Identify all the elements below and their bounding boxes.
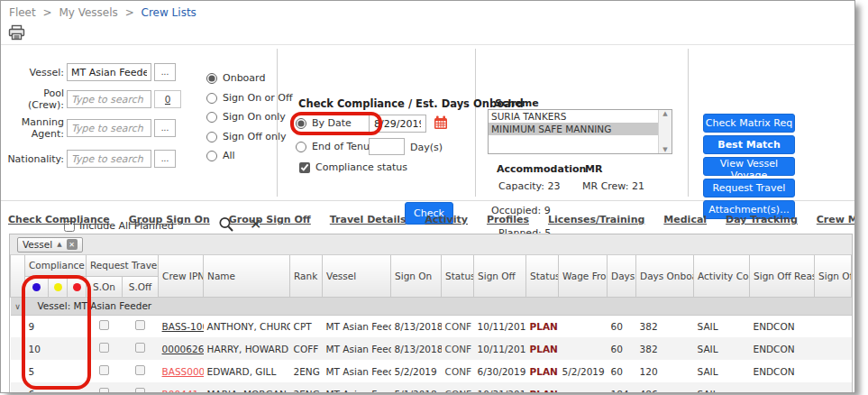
nationality-lookup-button[interactable]: ... — [154, 150, 176, 168]
breadcrumb-separator: > — [125, 6, 134, 19]
radio-sign-on-or-off[interactable] — [206, 93, 217, 104]
activity-code: SAIL — [694, 382, 750, 393]
best-match-button[interactable]: Best Match — [703, 135, 795, 154]
table-row[interactable]: 5 BASS000009 EDWARD, GILL 2ENG MT Asian … — [11, 360, 852, 382]
table-row[interactable]: 10 00006261 HARRY, HOWARD ABEI COFF MT A… — [11, 337, 852, 360]
vessel-lookup-button[interactable]: ... — [154, 63, 176, 81]
pool-crew-input[interactable] — [67, 90, 151, 108]
sign-on-checkbox[interactable] — [99, 365, 109, 375]
table-row[interactable]: 9 BASS-10000 ANTHONY, CHURCHILL CPT MT A… — [11, 315, 852, 337]
scroll-down-icon[interactable]: ▼ — [662, 146, 667, 153]
col-sign-off[interactable]: Sign Off — [474, 255, 526, 297]
radio-sign-off-only[interactable] — [206, 132, 217, 142]
breadcrumb-fleet[interactable]: Fleet — [9, 6, 36, 19]
view-vessel-voyage-button[interactable]: View Vessel Voyage — [703, 157, 795, 176]
col-wage-from[interactable]: Wage From — [559, 255, 608, 297]
manning-agent-lookup-button[interactable]: ... — [154, 119, 176, 137]
sign-off-checkbox[interactable] — [135, 365, 145, 375]
link-crew-matrix-report[interactable]: Crew Matrix Report — [817, 214, 855, 225]
link-activity[interactable]: Activity — [425, 214, 468, 225]
link-medical[interactable]: Medical — [663, 214, 707, 225]
col-days[interactable]: Days — [608, 255, 636, 297]
col-sign-off-status[interactable]: Status — [526, 255, 559, 297]
radio-onboard[interactable] — [206, 73, 217, 84]
compliance-status-checkbox[interactable] — [299, 162, 310, 173]
crew-ipn-link[interactable]: R00441 — [162, 389, 199, 394]
scroll-up-icon[interactable]: ▲ — [662, 110, 667, 117]
col-crew-ipn[interactable]: Crew IPN — [159, 255, 204, 297]
col-group-request-travel[interactable]: Request Travel — [87, 255, 159, 276]
radio-all[interactable] — [206, 151, 217, 161]
col-sign-off-reason[interactable]: Sign Off Reason — [750, 255, 815, 297]
link-group-sign-on[interactable]: Group Sign On — [129, 214, 210, 225]
sign-off-checkbox[interactable] — [135, 320, 145, 330]
compliance-red-dot-header[interactable] — [68, 276, 87, 297]
print-icon[interactable] — [8, 24, 26, 41]
crew-rank: COFF — [290, 337, 323, 360]
crew-vessel: MT Asian Feeder — [323, 360, 391, 382]
crew-name: HARRY, HOWARD ABEI — [204, 337, 290, 360]
radio-by-date[interactable] — [296, 118, 306, 129]
scheme-option-minimum-safe-manning[interactable]: MINIMUM SAFE MANNING — [489, 123, 672, 135]
scheme-listbox[interactable]: SURIA TANKERS MINIMUM SAFE MANNING ▲ ▼ — [488, 109, 672, 154]
manning-agent-input[interactable] — [67, 119, 151, 137]
scheme-scrollbar[interactable]: ▲ ▼ — [658, 110, 672, 153]
sub-col-sign-off[interactable]: S.Off — [123, 276, 159, 297]
col-days-onboard[interactable]: Days Onboard — [636, 255, 694, 297]
tenure-days-input[interactable] — [369, 138, 405, 155]
remove-group-icon[interactable]: ✕ — [67, 239, 78, 250]
col-group-compliance[interactable]: Compliance — [25, 255, 87, 276]
radio-sign-on-only[interactable] — [206, 112, 217, 123]
vessel-input[interactable] — [67, 63, 151, 81]
link-day-tracking[interactable]: Day Tracking — [726, 214, 798, 225]
crew-ipn-link[interactable]: 00006261 — [162, 344, 204, 354]
sign-on-checkbox[interactable] — [99, 343, 109, 353]
sign-on-checkbox[interactable] — [99, 388, 109, 393]
sign-off-status: PLAN — [526, 337, 559, 360]
request-travel-button[interactable]: Request Travel — [703, 179, 795, 198]
link-group-sign-off[interactable]: Group Sign Off — [229, 214, 311, 225]
crew-name: ANTHONY, CHURCHILL — [204, 315, 290, 337]
nationality-input[interactable] — [67, 150, 151, 168]
link-check-compliance[interactable]: Check Compliance — [8, 214, 110, 225]
check-matrix-req-button[interactable]: Check Matrix Req — [703, 114, 795, 133]
scheme-option-suria-tankers[interactable]: SURIA TANKERS — [489, 110, 672, 123]
compliance-value: 5 — [25, 360, 49, 382]
table-row[interactable]: 6 R00441 MARIA, MORGAN 2ENG MT Asian Fee… — [11, 382, 852, 393]
sign-on-checkbox[interactable] — [99, 320, 109, 330]
sign-on-date: 5/1/2018 — [391, 382, 442, 393]
compliance-yellow-dot-header[interactable] — [49, 276, 68, 297]
col-sign-on-status[interactable]: Status — [442, 255, 474, 297]
group-tag-vessel[interactable]: Vessel ▲ ✕ — [17, 237, 83, 253]
col-vessel[interactable]: Vessel — [323, 255, 391, 297]
breadcrumb-my-vessels[interactable]: My Vessels — [59, 6, 117, 19]
sort-asc-icon[interactable]: ▲ — [57, 241, 61, 248]
sign-off-date: 10/31/2018 — [474, 382, 526, 393]
link-licenses-training[interactable]: Licenses/Training — [548, 214, 644, 225]
sign-off-checkbox[interactable] — [135, 388, 145, 393]
col-sign-off-port[interactable]: Sign Off P — [815, 255, 852, 297]
collapse-group-icon[interactable]: ∨ — [14, 302, 21, 311]
crew-ipn-link[interactable]: BASS-10000 — [162, 321, 204, 332]
pool-count-button[interactable]: 0 — [154, 90, 181, 108]
compliance-date-input[interactable] — [369, 115, 426, 133]
sign-on-date: 8/13/2018 — [391, 337, 442, 360]
col-activity-code[interactable]: Activity Code — [694, 255, 750, 297]
compliance-blue-dot-header[interactable] — [25, 276, 49, 297]
col-name[interactable]: Name — [204, 255, 290, 297]
accommodation-title: Accommodation — [497, 163, 586, 175]
group-row[interactable]: ∨ Vessel: MT Asian Feeder — [11, 297, 852, 315]
divider — [475, 49, 476, 197]
sub-col-sign-on[interactable]: S.On — [87, 276, 123, 297]
link-travel-details[interactable]: Travel Details — [330, 214, 407, 225]
sign-off-checkbox[interactable] — [135, 343, 145, 353]
manning-agent-label: Manning Agent: — [5, 116, 64, 140]
col-sign-on[interactable]: Sign On — [391, 255, 442, 297]
col-rank[interactable]: Rank — [290, 255, 323, 297]
app-window: Fleet > My Vessels > Crew Lists Vessel: … — [0, 0, 855, 393]
link-profiles[interactable]: Profiles — [487, 214, 529, 225]
calendar-icon[interactable] — [434, 115, 448, 130]
breadcrumb-crew-lists[interactable]: Crew Lists — [142, 6, 196, 19]
radio-end-of-tenure[interactable] — [296, 142, 306, 152]
crew-ipn-link[interactable]: BASS000009 — [162, 366, 204, 377]
